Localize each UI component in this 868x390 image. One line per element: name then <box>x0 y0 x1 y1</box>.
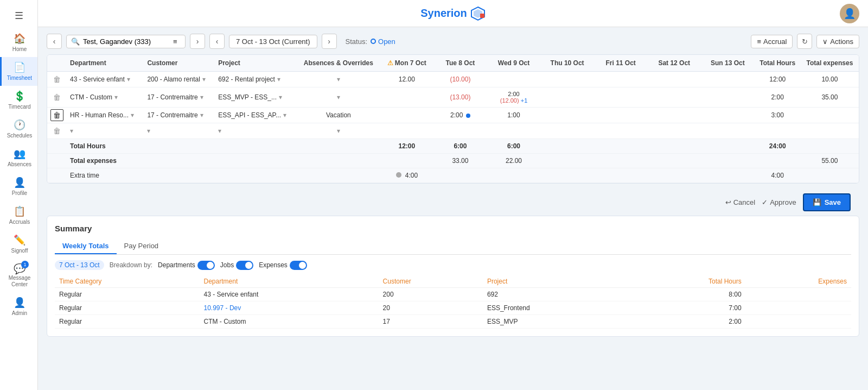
cell-tue-empty[interactable] <box>433 123 487 139</box>
sum-exp-1 <box>746 288 851 301</box>
status-label: Status: <box>346 37 367 46</box>
refresh-button[interactable]: ↻ <box>797 34 812 49</box>
cell-mon-1[interactable]: 12.00 <box>380 72 434 87</box>
dept-dropdown-2[interactable]: ▾ <box>114 93 118 101</box>
prev-employee-button[interactable]: ‹ <box>47 34 62 49</box>
total-sun <box>701 139 755 154</box>
cell-wed-3[interactable]: 1:00 <box>487 108 541 123</box>
cell-tue-2[interactable]: (13.00) <box>433 87 487 108</box>
cell-wed-1[interactable] <box>487 72 541 87</box>
delete-row-button[interactable]: 🗑 <box>53 93 61 102</box>
absence-dropdown-1[interactable]: ▾ <box>337 76 340 83</box>
save-button[interactable]: 💾 Save <box>803 193 851 211</box>
hamburger-icon[interactable]: ☰ <box>15 10 23 22</box>
absence-dropdown-empty[interactable]: ▾ <box>337 127 340 135</box>
sidebar-label-signoff: Signoff <box>11 248 28 254</box>
cell-mon-empty[interactable] <box>380 123 434 139</box>
customer-dropdown-3[interactable]: ▾ <box>200 111 203 119</box>
toggle-jobs-switch[interactable] <box>236 261 253 270</box>
sidebar-item-profile[interactable]: 👤 Profile <box>0 172 37 201</box>
sidebar-item-timecard[interactable]: 💲 Timecard <box>0 86 37 115</box>
project-dropdown-2[interactable]: ▾ <box>279 93 282 101</box>
extra-exp <box>801 168 859 183</box>
next-date-button[interactable]: › <box>322 34 337 49</box>
absence-dropdown-2[interactable]: ▾ <box>337 93 340 101</box>
col-header-tue: Tue 8 Oct <box>433 55 487 72</box>
actions-button[interactable]: ∨ Actions <box>816 35 859 48</box>
sidebar-item-signoff[interactable]: ✏️ Signoff <box>0 230 37 259</box>
col-header-mon: ⚠Mon 7 Oct <box>380 55 434 72</box>
sidebar-item-message[interactable]: 💬 1 Message Center <box>0 259 37 292</box>
summary-date-badge: 7 Oct - 13 Oct <box>55 260 104 270</box>
cell-sun-3[interactable] <box>701 108 755 123</box>
summary-title: Summary <box>55 224 851 233</box>
cell-thu-empty[interactable] <box>540 123 594 139</box>
cell-tue-3[interactable]: 2:00 <box>433 108 487 123</box>
dept-dropdown-1[interactable]: ▾ <box>127 76 130 83</box>
cell-thu-2[interactable] <box>540 87 594 108</box>
toggle-departments-switch[interactable] <box>197 261 215 270</box>
sidebar-item-schedules[interactable]: 🕐 Schedules <box>0 115 37 143</box>
project-dropdown-1[interactable]: ▾ <box>277 76 280 83</box>
next-employee-button[interactable]: › <box>190 34 205 49</box>
cell-fri-empty[interactable] <box>594 123 648 139</box>
cell-sat-3[interactable] <box>647 108 701 123</box>
cell-thu-3[interactable] <box>540 108 594 123</box>
cell-tue-1[interactable]: (10.00) <box>433 72 487 87</box>
cell-sun-empty[interactable] <box>701 123 755 139</box>
sum-hours-3: 2:00 <box>628 315 746 329</box>
customer-dropdown-empty[interactable]: ▾ <box>147 127 150 135</box>
cell-mon-3[interactable] <box>380 108 434 123</box>
project-dropdown-3[interactable]: ▾ <box>283 111 286 119</box>
cell-project-3: ESS_API - ESS_AP... ▾ <box>215 108 297 123</box>
delete-row-button[interactable]: 🗑 <box>50 109 63 121</box>
filter-icon[interactable]: ≡ <box>173 37 177 46</box>
approve-button[interactable]: ✓ Approve <box>762 198 796 206</box>
toggle-expenses-switch[interactable] <box>290 261 307 270</box>
undo-icon: ↩ <box>725 198 731 206</box>
delete-row-button[interactable]: 🗑 <box>53 75 61 84</box>
date-range-button[interactable]: 7 Oct - 13 Oct (Current) <box>229 35 317 48</box>
cell-mon-2[interactable] <box>380 87 434 108</box>
sidebar-top: ☰ <box>0 5 37 28</box>
cell-fri-1[interactable] <box>594 72 648 87</box>
cell-totalhours-3: 3:00 <box>755 108 801 123</box>
sidebar-item-timesheet[interactable]: 📄 Timesheet <box>0 57 37 86</box>
cell-sat-2[interactable] <box>647 87 701 108</box>
exp-thu <box>540 154 594 168</box>
cell-sat-1[interactable] <box>647 72 701 87</box>
sum-dept-3: CTM - Custom <box>200 315 379 329</box>
cell-sat-empty[interactable] <box>647 123 701 139</box>
accrual-button[interactable]: ≡ Accrual <box>751 35 793 48</box>
customer-dropdown-1[interactable]: ▾ <box>202 76 206 83</box>
sum-cat-3: Regular <box>55 315 200 329</box>
sum-dept-2: 10.997 - Dev <box>200 301 379 315</box>
sidebar-item-home[interactable]: 🏠 Home <box>0 28 37 57</box>
list-item: Regular 43 - Service enfant 200 692 8:00 <box>55 288 851 301</box>
prev-date-button[interactable]: ‹ <box>209 34 225 49</box>
cancel-button[interactable]: ↩ Cancel <box>725 198 755 206</box>
project-dropdown-empty[interactable]: ▾ <box>218 127 221 135</box>
dept-dropdown-empty[interactable]: ▾ <box>70 127 73 135</box>
tab-pay-period[interactable]: Pay Period <box>117 238 167 254</box>
cell-fri-2[interactable] <box>594 87 648 108</box>
sidebar-item-accruals[interactable]: 📋 Accruals <box>0 201 37 230</box>
cell-thu-1[interactable] <box>540 72 594 87</box>
cell-sun-2[interactable] <box>701 87 755 108</box>
timesheet-table: Department Customer Project Absences & O… <box>47 55 859 183</box>
dept-dropdown-3[interactable]: ▾ <box>131 111 134 119</box>
cell-wed-empty[interactable] <box>487 123 541 139</box>
cell-fri-3[interactable] <box>594 108 648 123</box>
employee-search-input[interactable] <box>83 37 170 46</box>
list-item: Regular CTM - Custom 17 ESS_MVP 2:00 <box>55 315 851 329</box>
profile-icon: 👤 <box>14 177 25 188</box>
user-avatar[interactable]: 👤 <box>840 4 859 23</box>
delete-row-button[interactable]: 🗑 <box>53 127 61 135</box>
customer-dropdown-2[interactable]: ▾ <box>200 93 203 101</box>
sum-col-dept: Department <box>200 275 379 288</box>
sidebar-item-admin[interactable]: 👤 Admin <box>0 292 37 321</box>
cell-sun-1[interactable] <box>701 72 755 87</box>
sidebar-item-absences[interactable]: 👥 Absences <box>0 143 37 172</box>
tab-weekly-totals[interactable]: Weekly Totals <box>55 238 117 254</box>
cell-wed-2[interactable]: 2:00 (12.00) +1 <box>487 87 541 108</box>
